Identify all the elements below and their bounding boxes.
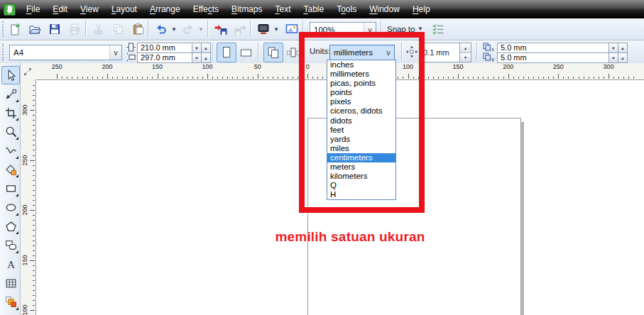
coreldraw-logo-icon <box>4 4 16 16</box>
duplicate-x-field[interactable]: 5.0 mm <box>497 43 609 53</box>
h-ruler-label: 300 <box>603 63 613 70</box>
menu-item-edit[interactable]: Edit <box>47 3 73 16</box>
h-ruler-label: 150 <box>453 63 464 70</box>
flyout-indicator <box>16 99 18 102</box>
text-tool[interactable]: A <box>1 255 20 274</box>
duplicate-y-spinners[interactable]: ▾▴ <box>609 52 628 62</box>
nudge-offset-stepper[interactable]: 0.1 mm ▴▾ <box>420 43 471 62</box>
menu-item-layout[interactable]: Layout <box>106 3 143 16</box>
paste-clipboard-icon <box>132 23 145 35</box>
export-button <box>231 21 250 38</box>
undo-button[interactable] <box>152 21 170 38</box>
options-checklist-icon <box>432 23 444 35</box>
menu-item-view[interactable]: View <box>75 3 104 16</box>
duplicate-y-field[interactable]: 5.0 mm <box>497 52 609 63</box>
h-ruler-label: 150 <box>152 63 163 70</box>
shape-tool[interactable] <box>1 85 20 104</box>
v-ruler-label: 150 <box>20 253 30 267</box>
undo-arrow-icon <box>155 23 168 35</box>
new-document-button[interactable] <box>6 21 24 38</box>
annotation-rectangle <box>299 32 425 213</box>
table-tool[interactable] <box>1 274 20 292</box>
paper-width-icon <box>126 43 136 52</box>
h-ruler-label: 250 <box>553 63 564 70</box>
menu-item-table[interactable]: Table <box>298 3 329 16</box>
export-icon <box>234 23 247 35</box>
application-launcher-icon <box>257 23 270 35</box>
paste-button[interactable] <box>129 21 148 38</box>
paper-height-spinners[interactable]: ▾▴ <box>192 52 211 62</box>
menu-item-effects[interactable]: Effects <box>187 3 224 16</box>
portrait-icon <box>219 45 234 60</box>
rectangle-icon <box>5 182 17 194</box>
flyout-indicator <box>16 156 18 159</box>
svg-text:x: x <box>491 46 494 52</box>
toolbar-grip[interactable] <box>2 43 4 60</box>
polygon-icon <box>5 221 17 233</box>
flyout-indicator <box>16 137 18 140</box>
paper-width-field[interactable]: 210.0 mm <box>137 43 194 53</box>
menu-item-help[interactable]: Help <box>407 3 436 16</box>
pick-tool[interactable] <box>1 66 20 84</box>
menu-item-text[interactable]: Text <box>269 3 296 16</box>
smart-fill-tool[interactable] <box>1 160 20 179</box>
save-floppy-icon <box>48 23 61 35</box>
landscape-button[interactable] <box>236 43 256 62</box>
launcher-dropdown-arrow[interactable]: ▾ <box>272 21 280 38</box>
crop-tool[interactable] <box>1 104 20 122</box>
landscape-icon <box>239 45 253 60</box>
menu-item-window[interactable]: Window <box>364 3 405 16</box>
open-button[interactable] <box>26 21 44 38</box>
redo-button <box>179 21 197 38</box>
paper-width-spinners[interactable]: ▾▴ <box>192 43 211 52</box>
copy-button <box>109 21 128 38</box>
v-ruler-label: 100 <box>20 303 30 315</box>
flyout-indicator <box>16 213 18 216</box>
cut-button <box>89 21 108 38</box>
ruler-origin-button[interactable] <box>20 63 36 79</box>
separator <box>207 21 208 38</box>
ruler-origin-icon <box>22 66 33 77</box>
v-ruler-label: 300 <box>20 103 30 117</box>
vertical-ruler[interactable]: 300250200150100 <box>20 79 36 315</box>
paper-height-icon <box>126 52 136 62</box>
open-folder-icon <box>28 23 41 35</box>
zoom-icon <box>5 126 17 138</box>
paper-height-field[interactable]: 297.0 mm <box>137 52 194 63</box>
separator <box>85 21 86 38</box>
new-document-icon <box>9 23 21 35</box>
menu-item-tools[interactable]: Tools <box>331 3 362 16</box>
paper-type-chevron-icon[interactable]: v <box>109 45 121 60</box>
ellipse-tool[interactable] <box>1 199 20 217</box>
polygon-tool[interactable] <box>1 217 20 236</box>
menu-item-bitmaps[interactable]: Bitmaps <box>226 3 268 16</box>
freehand-tool[interactable] <box>1 142 20 160</box>
svg-text:y: y <box>491 56 494 62</box>
menu-item-arrange[interactable]: Arrange <box>144 3 186 16</box>
annotation-text: memilih satuan ukuran <box>268 229 432 245</box>
h-ruler-label: 200 <box>102 63 112 70</box>
all-pages-button[interactable] <box>263 43 283 62</box>
nudge-offset-value[interactable]: 0.1 mm <box>420 48 459 57</box>
nudge-spinner[interactable]: ▴▾ <box>459 43 471 62</box>
h-ruler-label: 50 <box>254 63 261 70</box>
undo-dropdown-arrow[interactable]: ▾ <box>170 21 178 38</box>
zoom-tool[interactable] <box>1 123 20 141</box>
ellipse-icon <box>5 201 17 214</box>
application-launcher-button[interactable] <box>254 21 273 38</box>
duplicate-x-spinners[interactable]: ▾▴ <box>609 43 628 52</box>
toolbar-grip[interactable] <box>2 21 4 37</box>
table-icon <box>5 277 17 289</box>
basic-shapes-tool[interactable] <box>1 236 20 255</box>
rectangle-tool[interactable] <box>1 179 20 198</box>
import-icon <box>214 23 227 35</box>
fill-tool[interactable] <box>1 293 20 311</box>
options-button[interactable] <box>429 21 447 38</box>
crop-icon <box>5 107 17 119</box>
save-button[interactable] <box>45 21 64 38</box>
portrait-button[interactable] <box>217 43 236 62</box>
v-ruler-label: 250 <box>20 153 30 167</box>
import-button[interactable] <box>212 21 230 38</box>
paper-type-combo[interactable]: A4 v <box>9 45 122 60</box>
menu-item-file[interactable]: File <box>21 3 45 16</box>
